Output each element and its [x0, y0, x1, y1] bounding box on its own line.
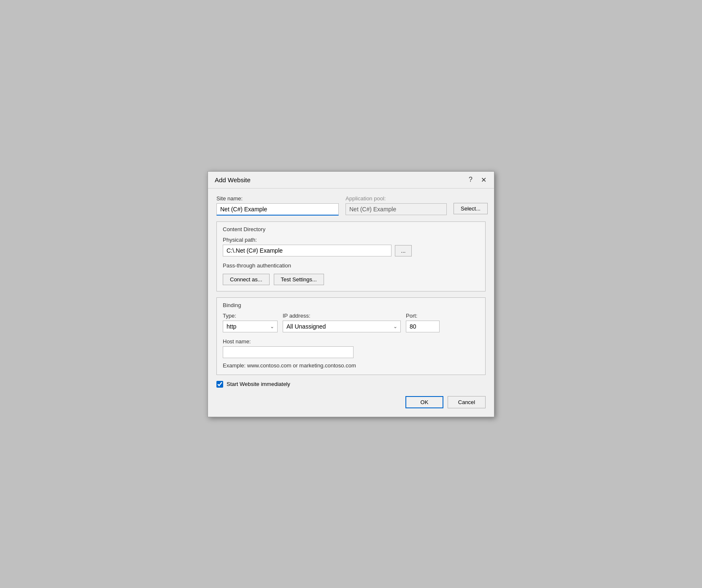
ip-select[interactable]: All Unassigned 127.0.0.1 — [283, 321, 401, 332]
ip-group: IP address: All Unassigned 127.0.0.1 ⌄ — [283, 313, 401, 332]
add-website-dialog: Add Website ? ✕ Site name: Application p… — [208, 171, 494, 417]
type-label: Type: — [223, 313, 278, 319]
site-name-label: Site name: — [216, 195, 339, 202]
title-bar: Add Website ? ✕ — [208, 172, 494, 189]
select-app-pool-button[interactable]: Select... — [454, 203, 488, 214]
host-name-example: Example: www.contoso.com or marketing.co… — [223, 362, 479, 369]
type-select[interactable]: http https ftp — [223, 321, 278, 332]
cancel-button[interactable]: Cancel — [448, 396, 486, 408]
title-bar-controls: ? ✕ — [466, 175, 489, 185]
binding-section: Binding Type: http https ftp ⌄ — [216, 297, 486, 375]
host-name-group: Host name: Example: www.contoso.com or m… — [223, 338, 479, 369]
start-immediately-row: Start Website immediately — [216, 381, 486, 388]
dialog-content: Site name: Application pool: Select... C… — [208, 189, 494, 417]
binding-title: Binding — [223, 302, 479, 308]
site-name-input[interactable] — [216, 203, 339, 216]
dialog-title: Add Website — [215, 176, 251, 183]
help-button[interactable]: ? — [466, 175, 475, 184]
physical-path-row: ... — [223, 245, 479, 256]
pass-through-label: Pass-through authentication — [223, 262, 479, 269]
physical-path-input[interactable] — [223, 245, 392, 256]
start-immediately-checkbox[interactable] — [216, 381, 223, 388]
close-button[interactable]: ✕ — [478, 175, 489, 185]
app-pool-input[interactable] — [346, 203, 447, 215]
site-name-pool-row: Site name: Application pool: Select... — [216, 195, 486, 216]
site-name-group: Site name: — [216, 195, 339, 216]
physical-path-label: Physical path: — [223, 237, 479, 243]
app-pool-group: Application pool: — [346, 195, 447, 215]
port-input[interactable] — [406, 321, 440, 332]
test-settings-button[interactable]: Test Settings... — [274, 274, 324, 285]
content-directory-title: Content Directory — [223, 226, 479, 232]
dialog-buttons: OK Cancel — [216, 396, 486, 408]
type-select-wrapper: http https ftp ⌄ — [223, 321, 278, 332]
start-immediately-label[interactable]: Start Website immediately — [227, 381, 290, 387]
connect-as-button[interactable]: Connect as... — [223, 274, 270, 285]
binding-row: Type: http https ftp ⌄ IP address: — [223, 313, 479, 332]
port-label: Port: — [406, 313, 440, 319]
ip-select-wrapper: All Unassigned 127.0.0.1 ⌄ — [283, 321, 401, 332]
host-name-label: Host name: — [223, 338, 479, 345]
ok-button[interactable]: OK — [405, 396, 443, 408]
app-pool-label: Application pool: — [346, 195, 447, 202]
select-button-group: Select... — [454, 195, 488, 214]
physical-path-group: Physical path: ... — [223, 237, 479, 261]
ip-label: IP address: — [283, 313, 401, 319]
content-directory-section: Content Directory Physical path: ... Pas… — [216, 221, 486, 291]
content-directory-buttons: Connect as... Test Settings... — [223, 274, 479, 285]
type-group: Type: http https ftp ⌄ — [223, 313, 278, 332]
port-group: Port: — [406, 313, 440, 332]
browse-button[interactable]: ... — [395, 245, 412, 256]
host-name-input[interactable] — [223, 346, 354, 358]
